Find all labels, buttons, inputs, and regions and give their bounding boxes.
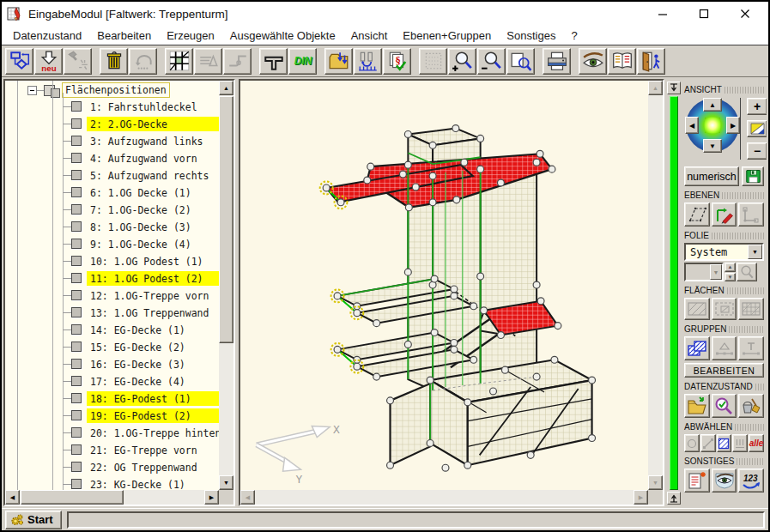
model-node[interactable] xyxy=(537,150,543,157)
surface-create-button[interactable] xyxy=(684,298,710,320)
tree-root-label[interactable]: Flächenpositionen xyxy=(62,82,170,98)
tree-vertical-scrollbar[interactable]: ▲ ▼ xyxy=(219,81,233,490)
generate-button[interactable] xyxy=(64,48,92,75)
scroll-up-icon[interactable]: ▲ xyxy=(648,81,663,95)
model-node[interactable] xyxy=(451,346,458,353)
tree-item-label[interactable]: 16: EG-Decke (3) xyxy=(87,357,219,372)
tree-item-label[interactable]: 8: 1.OG-Decke (3) xyxy=(87,220,219,234)
model-node[interactable] xyxy=(537,298,544,305)
menu-item--[interactable]: ? xyxy=(563,27,585,44)
tree-item-checkbox[interactable] xyxy=(71,256,82,266)
model-node[interactable] xyxy=(451,339,458,346)
view-horizontal-scrollbar[interactable]: ◀ ▶ xyxy=(240,490,648,505)
tree-horizontal-scrollbar[interactable]: ◀ ▶ xyxy=(5,490,219,505)
model-node[interactable] xyxy=(589,377,596,384)
data-clean-button[interactable] xyxy=(738,394,764,418)
print-button[interactable] xyxy=(543,48,571,75)
raster-button[interactable] xyxy=(165,48,193,75)
model-node[interactable] xyxy=(429,199,436,206)
scroll-thumb[interactable] xyxy=(21,490,124,505)
model-node[interactable] xyxy=(429,172,436,179)
tree-item-checkbox[interactable] xyxy=(71,118,82,129)
plane-edit-button[interactable] xyxy=(712,203,737,227)
surface-edit-button[interactable] xyxy=(712,298,737,320)
model-node[interactable] xyxy=(399,171,406,178)
model-node[interactable] xyxy=(373,320,380,327)
dropdown-arrow-icon[interactable]: ▼ xyxy=(748,245,762,259)
model-node[interactable] xyxy=(334,293,341,299)
menu-item-ansicht[interactable]: Ansicht xyxy=(343,27,396,44)
falcon-view-button[interactable] xyxy=(712,469,737,493)
model-node[interactable] xyxy=(452,125,459,132)
tree-item-label[interactable]: 22: OG Treppenwand xyxy=(87,460,219,475)
model-node[interactable] xyxy=(533,159,540,166)
tree-item-checkbox[interactable] xyxy=(71,410,82,420)
plane-select-button[interactable] xyxy=(684,203,710,227)
group-section-button[interactable] xyxy=(738,336,764,360)
undo-button[interactable] xyxy=(129,48,157,75)
exit-button[interactable] xyxy=(637,48,665,75)
tree-item-checkbox[interactable] xyxy=(71,427,82,438)
tree-item-checkbox[interactable] xyxy=(71,393,82,403)
model-node[interactable] xyxy=(431,329,438,336)
model-node[interactable] xyxy=(451,286,458,293)
model-node[interactable] xyxy=(549,166,555,172)
tree-item-checkbox[interactable] xyxy=(71,307,82,317)
menu-item-erzeugen[interactable]: Erzeugen xyxy=(159,27,222,44)
model-node[interactable] xyxy=(464,399,471,406)
tree-item-label[interactable]: 5: Aufzugwand rechts xyxy=(87,168,219,183)
workflow-button[interactable] xyxy=(5,48,33,75)
model-node[interactable] xyxy=(387,397,394,404)
spin-down-icon[interactable]: ▼ xyxy=(725,273,736,282)
loads-button[interactable] xyxy=(194,48,222,75)
new-button[interactable]: neu xyxy=(34,48,63,75)
protocol-button[interactable] xyxy=(684,469,710,493)
data-open-button[interactable] xyxy=(684,394,710,418)
tree-item-label[interactable]: 2: 2.OG-Decke xyxy=(87,117,219,131)
save-view-button[interactable] xyxy=(742,166,764,186)
menu-item-datenzustand[interactable]: Datenzustand xyxy=(5,27,89,44)
model-node[interactable] xyxy=(481,307,488,314)
tree-item-label[interactable]: 14: EG-Decke (1) xyxy=(87,323,219,337)
model-canvas[interactable]: X Y xyxy=(240,81,648,490)
rotate-down-button[interactable]: ▼ xyxy=(703,139,722,153)
model-node[interactable] xyxy=(589,435,596,442)
model-node[interactable] xyxy=(404,341,411,348)
model-node[interactable] xyxy=(405,204,412,211)
menu-item-sonstiges[interactable]: Sonstiges xyxy=(499,27,563,44)
panel-pin-top-button[interactable] xyxy=(667,82,681,94)
zoom-in-button[interactable] xyxy=(448,48,476,75)
tree-item-label[interactable]: 23: KG-Decke (1) xyxy=(87,477,219,491)
tree-item-checkbox[interactable] xyxy=(71,479,82,489)
model-viewport[interactable]: X Y ▲ ▼ ◀ ▶ xyxy=(239,79,664,506)
zoom-out-button[interactable]: − xyxy=(747,142,767,160)
scroll-down-icon[interactable]: ▼ xyxy=(219,475,233,490)
tree-item-checkbox[interactable] xyxy=(71,444,82,455)
model-node[interactable] xyxy=(354,363,361,370)
delete-button[interactable] xyxy=(100,48,128,75)
deselect-loads-button[interactable] xyxy=(732,434,748,452)
scroll-thumb[interactable] xyxy=(219,96,233,343)
tree-item-checkbox[interactable] xyxy=(71,376,82,386)
model-node[interactable] xyxy=(501,366,508,373)
model-node[interactable] xyxy=(337,199,344,206)
model-node[interactable] xyxy=(477,166,484,172)
tree-item-label[interactable]: 17: EG-Decke (4) xyxy=(87,374,219,389)
model-node[interactable] xyxy=(551,356,558,363)
tree-item-checkbox[interactable] xyxy=(71,136,82,146)
numeric-view-button[interactable]: numerisch xyxy=(684,166,739,186)
model-node[interactable] xyxy=(527,451,534,458)
tree-item-checkbox[interactable] xyxy=(71,462,82,472)
model-node[interactable] xyxy=(334,346,341,353)
data-check-button[interactable] xyxy=(712,394,737,418)
model-node[interactable] xyxy=(533,281,540,288)
model-node[interactable] xyxy=(490,388,497,395)
tree-item-checkbox[interactable] xyxy=(71,204,82,215)
model-selected-nodes[interactable] xyxy=(320,182,364,373)
model-node[interactable] xyxy=(404,161,411,168)
panel-pin-bottom-button[interactable] xyxy=(667,492,681,505)
model-node[interactable] xyxy=(453,196,460,203)
tree-item-checkbox[interactable] xyxy=(71,101,82,112)
view-vertical-scrollbar[interactable]: ▲ ▼ xyxy=(648,81,663,490)
zoom-in-button[interactable]: + xyxy=(747,98,767,115)
